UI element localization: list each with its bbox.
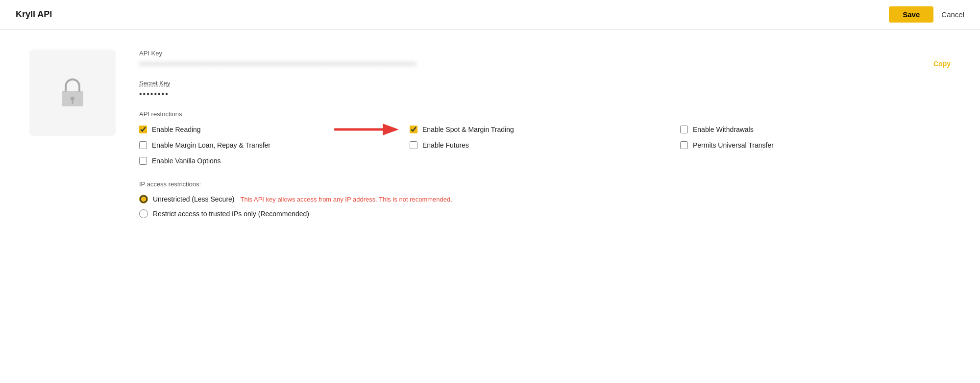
enable-withdrawals-checkbox[interactable]	[680, 126, 688, 133]
main-content: API Key ••••••••••••••••••••••••••••••••…	[0, 30, 980, 244]
api-key-group: API Key ••••••••••••••••••••••••••••••••…	[139, 50, 951, 68]
restricted-radio[interactable]	[139, 209, 148, 218]
ip-restrictions-section: IP access restrictions: Unrestricted (Le…	[139, 180, 951, 218]
arrow-svg	[331, 121, 400, 138]
enable-vanilla-options-label[interactable]: Enable Vanilla Options	[152, 157, 221, 165]
radio-restricted: Restrict access to trusted IPs only (Rec…	[139, 209, 951, 218]
grid-spacer-1	[410, 157, 680, 165]
secret-key-group: Secret Key ••••••••	[139, 79, 951, 99]
api-key-label: API Key	[139, 50, 951, 57]
enable-spot-margin-label[interactable]: Enable Spot & Margin Trading	[422, 126, 514, 133]
radio-unrestricted: Unrestricted (Less Secure) This API key …	[139, 195, 951, 204]
restricted-text: Restrict access to trusted IPs only (Rec…	[153, 210, 309, 218]
lock-icon-box	[29, 50, 116, 136]
copy-button[interactable]: Copy	[933, 60, 951, 68]
enable-spot-margin-checkbox[interactable]	[410, 126, 417, 133]
lock-icon	[59, 77, 86, 108]
enable-reading-checkbox[interactable]	[139, 126, 147, 133]
grid-spacer-2	[680, 157, 951, 165]
unrestricted-warning: This API key allows access from any IP a…	[241, 196, 452, 203]
svg-marker-3	[383, 124, 399, 135]
save-button[interactable]: Save	[889, 6, 933, 23]
unrestricted-label[interactable]: Unrestricted (Less Secure) This API key …	[153, 195, 452, 203]
unrestricted-text: Unrestricted (Less Secure)	[153, 195, 235, 203]
unrestricted-radio[interactable]	[139, 195, 148, 204]
cancel-button[interactable]: Cancel	[941, 10, 964, 19]
checkbox-enable-margin-loan: Enable Margin Loan, Repay & Transfer	[139, 141, 410, 149]
api-restrictions-group: API restrictions Enable Reading	[139, 110, 951, 165]
header: Kryll API Save Cancel	[0, 0, 980, 29]
checkbox-enable-vanilla-options: Enable Vanilla Options	[139, 157, 410, 165]
checkbox-enable-spot-margin: Enable Spot & Margin Trading	[410, 126, 680, 133]
enable-margin-loan-label[interactable]: Enable Margin Loan, Repay & Transfer	[152, 141, 270, 149]
enable-reading-label[interactable]: Enable Reading	[152, 126, 201, 133]
enable-vanilla-options-checkbox[interactable]	[139, 157, 147, 165]
restrictions-grid: Enable Reading Enable Spot & Margin Trad…	[139, 126, 951, 165]
enable-futures-label[interactable]: Enable Futures	[422, 141, 469, 149]
enable-withdrawals-label[interactable]: Enable Withdrawals	[693, 126, 754, 133]
secret-key-label: Secret Key	[139, 79, 951, 87]
secret-key-value: ••••••••	[139, 90, 951, 99]
api-key-row: ••••••••••••••••••••••••••••••••••••••••…	[139, 60, 951, 68]
page-title: Kryll API	[16, 9, 52, 20]
form-section: API Key ••••••••••••••••••••••••••••••••…	[139, 50, 951, 224]
api-restrictions-label: API restrictions	[139, 110, 951, 118]
checkbox-enable-futures: Enable Futures	[410, 141, 680, 149]
permits-universal-transfer-checkbox[interactable]	[680, 141, 688, 149]
permits-universal-transfer-label[interactable]: Permits Universal Transfer	[693, 141, 774, 149]
api-key-value: ••••••••••••••••••••••••••••••••••••••••…	[139, 60, 926, 68]
header-actions: Save Cancel	[889, 6, 964, 23]
enable-margin-loan-checkbox[interactable]	[139, 141, 147, 149]
enable-futures-checkbox[interactable]	[410, 141, 417, 149]
red-arrow-annotation	[331, 121, 400, 138]
restricted-label[interactable]: Restrict access to trusted IPs only (Rec…	[153, 210, 309, 218]
ip-restrictions-label: IP access restrictions:	[139, 180, 951, 188]
checkbox-permits-universal-transfer: Permits Universal Transfer	[680, 141, 951, 149]
checkbox-enable-withdrawals: Enable Withdrawals	[680, 126, 951, 133]
